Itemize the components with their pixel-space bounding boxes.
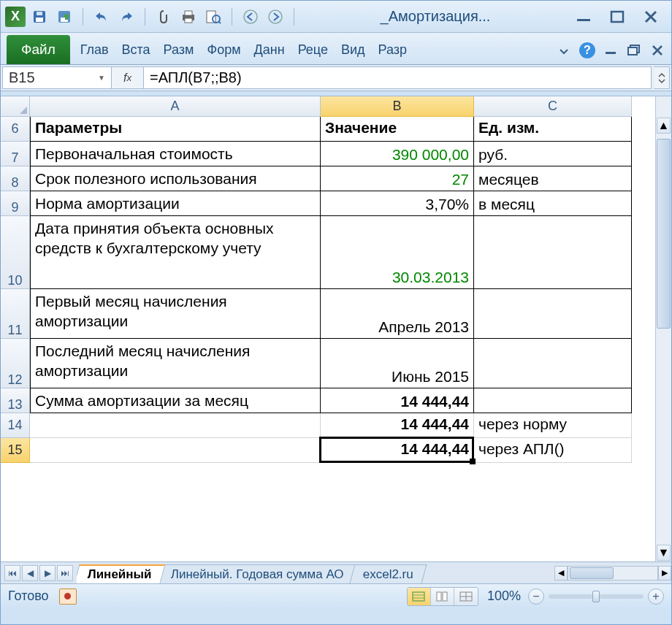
cell[interactable]: 14 444,44 [321, 413, 474, 438]
cell[interactable]: Срок полезного использования [30, 166, 321, 191]
cell[interactable] [474, 388, 632, 413]
sheet-tab[interactable]: Линейный. Годовая сумма АО [157, 564, 357, 583]
cell[interactable]: Норма амортизации [30, 191, 321, 216]
maximize-button[interactable] [607, 9, 627, 25]
window-close-icon[interactable] [648, 41, 667, 60]
first-sheet-icon[interactable]: ⏮ [4, 565, 20, 581]
nav-back-icon[interactable] [241, 7, 260, 26]
scrollbar-thumb[interactable] [570, 567, 614, 579]
tab-data[interactable]: Данн [248, 35, 291, 64]
cell[interactable]: Значение [321, 117, 474, 142]
cell[interactable] [30, 438, 321, 463]
col-header-a[interactable]: A [30, 96, 321, 117]
window-minimize-icon[interactable] [601, 41, 620, 60]
fx-icon[interactable]: fx [112, 66, 144, 89]
dropdown-icon[interactable]: ▼ [98, 74, 105, 82]
file-tab[interactable]: Файл [7, 35, 70, 64]
cell[interactable]: через норму [474, 413, 632, 438]
attach-icon[interactable] [154, 7, 173, 26]
cell[interactable]: 390 000,00 [321, 142, 474, 166]
tab-review[interactable]: Реце [292, 35, 334, 64]
cell[interactable]: месяцев [474, 166, 632, 191]
row-header[interactable]: 9 [1, 191, 30, 216]
cell[interactable]: 14 444,44 [321, 438, 474, 463]
cell[interactable]: Первый месяц начисления амортизации [30, 289, 321, 339]
expand-formula-bar-icon[interactable] [654, 66, 670, 89]
cell[interactable]: 14 444,44 [321, 388, 474, 413]
row-header[interactable]: 6 [1, 117, 30, 142]
cell[interactable]: Июнь 2015 [321, 339, 474, 388]
cell[interactable]: Апрель 2013 [321, 289, 474, 339]
save-icon[interactable] [30, 7, 49, 26]
tab-home[interactable]: Глав [75, 35, 115, 64]
sheet-tab[interactable]: excel2.ru [349, 564, 427, 583]
cell[interactable] [474, 289, 632, 339]
close-button[interactable] [641, 9, 661, 25]
window-restore-icon[interactable] [625, 41, 644, 60]
row-header[interactable]: 12 [1, 339, 30, 388]
scrollbar-thumb[interactable] [657, 139, 671, 329]
help-button[interactable]: ? [578, 41, 597, 60]
next-sheet-icon[interactable]: ▶ [39, 565, 56, 581]
tab-insert[interactable]: Вста [116, 35, 156, 64]
save-as-icon[interactable] [55, 7, 74, 26]
col-header-b[interactable]: B [321, 96, 474, 117]
row-header[interactable]: 10 [1, 216, 30, 289]
print-preview-icon[interactable] [204, 7, 223, 26]
tab-view[interactable]: Вид [335, 35, 371, 64]
formula-input[interactable]: =АПЛ(B7;;B8) [144, 66, 652, 89]
zoom-track[interactable] [549, 594, 644, 599]
last-sheet-icon[interactable]: ⏭ [57, 565, 73, 581]
scroll-left-icon[interactable]: ◀ [554, 566, 568, 580]
row-header[interactable]: 7 [1, 142, 30, 166]
cell[interactable]: через АПЛ() [474, 438, 632, 463]
tab-layout[interactable]: Разм [158, 35, 200, 64]
tab-developer[interactable]: Разр [373, 35, 413, 64]
select-all-corner[interactable] [1, 96, 30, 117]
cell[interactable]: 30.03.2013 [321, 216, 474, 289]
excel-app-icon[interactable] [5, 7, 26, 27]
vertical-scrollbar[interactable]: ▲ ▼ [655, 96, 671, 561]
horizontal-scrollbar[interactable]: ◀ ▶ [554, 566, 671, 580]
zoom-thumb[interactable] [592, 591, 600, 602]
zoom-percent[interactable]: 100% [487, 588, 521, 604]
undo-icon[interactable] [92, 7, 111, 26]
cell[interactable]: Параметры [30, 117, 321, 142]
cell[interactable]: Первоначальная стоимость [30, 142, 321, 166]
sheet-tab-active[interactable]: Линейный [77, 564, 165, 583]
tab-formulas[interactable]: Форм [201, 35, 246, 64]
row-header[interactable]: 8 [1, 166, 30, 191]
page-layout-view-icon[interactable] [431, 588, 454, 605]
cell[interactable]: 3,70% [321, 191, 474, 216]
zoom-out-button[interactable]: − [528, 588, 544, 605]
prev-sheet-icon[interactable]: ◀ [22, 565, 38, 581]
scroll-down-icon[interactable]: ▼ [657, 545, 671, 561]
page-break-view-icon[interactable] [454, 588, 478, 605]
cell[interactable]: в месяц [474, 191, 632, 216]
print-icon[interactable] [179, 7, 198, 26]
col-header-c[interactable]: C [474, 96, 632, 117]
cell[interactable] [474, 339, 632, 388]
scroll-up-icon[interactable]: ▲ [657, 118, 671, 134]
cell[interactable]: Сумма амортизации за месяц [30, 388, 321, 413]
cell[interactable] [30, 413, 321, 438]
scroll-right-icon[interactable]: ▶ [658, 566, 671, 580]
minimize-button[interactable] [573, 9, 594, 25]
cell[interactable]: Последний месяц начисления амортизации [30, 339, 321, 388]
zoom-in-button[interactable]: + [648, 588, 664, 605]
cell[interactable]: руб. [474, 142, 632, 166]
row-header[interactable]: 11 [1, 289, 30, 339]
redo-icon[interactable] [117, 7, 136, 26]
row-header[interactable]: 13 [1, 388, 30, 413]
cell[interactable]: Дата принятия объекта основных средств к… [30, 216, 321, 289]
cell[interactable]: Ед. изм. [474, 117, 632, 142]
cell[interactable] [474, 216, 632, 289]
row-header[interactable]: 14 [1, 413, 30, 438]
normal-view-icon[interactable] [408, 588, 431, 605]
nav-forward-icon[interactable] [266, 7, 285, 26]
cell[interactable]: 27 [321, 166, 474, 191]
name-box[interactable]: B15 ▼ [2, 66, 112, 89]
macro-record-icon[interactable] [59, 588, 77, 605]
row-header[interactable]: 15 [1, 438, 30, 463]
ribbon-minimize-icon[interactable] [554, 41, 573, 60]
